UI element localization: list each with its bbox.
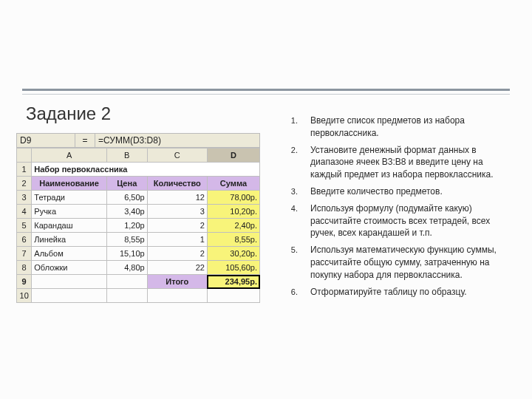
instruction-text: Введите количество предметов. [310, 186, 443, 197]
rownum: 4 [17, 205, 32, 219]
cell-name: Тетради [32, 191, 107, 205]
cell-name: Обложки [32, 261, 107, 275]
cell-name: Ручка [32, 205, 107, 219]
cell-sum: 2,40р. [207, 219, 259, 233]
cell-price: 1,20р [106, 219, 147, 233]
row-5: 5 Карандаш 1,20р 2 2,40р. [17, 219, 260, 233]
empty-cell [147, 289, 207, 303]
row-8: 8 Обложки 4,80р 22 105,60р. [17, 261, 260, 275]
row-2: 2 Наименование Цена Количество Сумма [17, 177, 260, 191]
cell-price: 3,40р [106, 205, 147, 219]
col-a: A [32, 149, 107, 163]
instruction-item: Используя формулу (подумайте какую) расс… [300, 202, 511, 239]
rownum: 1 [17, 163, 32, 177]
cell-sum: 10,20р. [207, 205, 259, 219]
instruction-text: Установите денежный формат данных в диап… [310, 145, 494, 180]
corner-cell [17, 149, 32, 163]
col-b: B [106, 149, 147, 163]
row-4: 4 Ручка 3,40р 3 10,20р. [17, 205, 260, 219]
instructions: Введите список предметов из набора перво… [281, 115, 511, 302]
cell-price: 6,50р [106, 191, 147, 205]
cell-sum: 105,60р. [207, 261, 259, 275]
instruction-text: Введите список предметов из набора перво… [310, 115, 465, 138]
cell-qty: 12 [147, 191, 207, 205]
row-7: 7 Альбом 15,10р 2 30,20р. [17, 247, 260, 261]
instruction-item: Введите количество предметов. [300, 185, 511, 198]
total-value: 234,95р. [207, 275, 259, 289]
cell-qty: 2 [147, 219, 207, 233]
formula-content: =СУММ(D3:D8) [95, 134, 259, 147]
cell-name: Карандаш [32, 219, 107, 233]
cells-grid: A B C D 1 Набор первоклассника 2 Наимено… [16, 148, 260, 303]
empty-cell [207, 289, 259, 303]
accent-rule [22, 89, 510, 95]
instruction-text: Отформатируйте таблицу по образцу. [310, 287, 467, 297]
cell-qty: 1 [147, 233, 207, 247]
rownum: 6 [17, 233, 32, 247]
hdr-sum: Сумма [207, 177, 259, 191]
hdr-price: Цена [106, 177, 147, 191]
row-10: 10 [17, 289, 260, 303]
col-d: D [207, 149, 259, 163]
cell-sum: 30,20р. [207, 247, 259, 261]
cell-price: 15,10р [106, 247, 147, 261]
column-headers: A B C D [17, 149, 260, 163]
rownum: 10 [17, 289, 32, 303]
hdr-qty: Количество [147, 177, 207, 191]
row-3: 3 Тетради 6,50р 12 78,00р. [17, 191, 260, 205]
cell-name: Линейка [32, 233, 107, 247]
cell-qty: 3 [147, 205, 207, 219]
row-6: 6 Линейка 8,55р 1 8,55р. [17, 233, 260, 247]
cell-sum: 78,00р. [207, 191, 259, 205]
instruction-item: Используя математическую функцию суммы, … [300, 244, 511, 281]
cell-qty: 2 [147, 247, 207, 261]
empty-cell [106, 289, 147, 303]
cell-qty: 22 [147, 261, 207, 275]
table-title: Набор первоклассника [32, 163, 260, 177]
cell-sum: 8,55р. [207, 233, 259, 247]
instruction-item: Отформатируйте таблицу по образцу. [300, 286, 511, 299]
formula-bar: D9 = =СУММ(D3:D8) [16, 133, 260, 148]
cell-name: Альбом [32, 247, 107, 261]
cell-price: 4,80р [106, 261, 147, 275]
hdr-name: Наименование [32, 177, 107, 191]
instruction-text: Используя формулу (подумайте какую) расс… [310, 203, 490, 239]
cell-price: 8,55р [106, 233, 147, 247]
slide-title: Задание 2 [26, 103, 111, 124]
rownum: 3 [17, 191, 32, 205]
row-9: 9 Итого 234,95р. [17, 275, 260, 289]
equals-label: = [75, 134, 95, 147]
cell-address-box: D9 [17, 134, 75, 147]
row-1: 1 Набор первоклассника [17, 163, 260, 177]
rownum: 5 [17, 219, 32, 233]
rownum: 8 [17, 261, 32, 275]
rownum: 7 [17, 247, 32, 261]
rownum: 9 [17, 275, 32, 289]
instruction-text: Используя математическую функцию суммы, … [310, 245, 497, 280]
empty-cell [106, 275, 147, 289]
total-label: Итого [147, 275, 207, 289]
instruction-item: Установите денежный формат данных в диап… [300, 144, 511, 181]
empty-cell [32, 289, 107, 303]
empty-cell [32, 275, 107, 289]
spreadsheet: D9 = =СУММ(D3:D8) A B C D 1 Набор первок… [16, 133, 260, 303]
col-c: C [147, 149, 207, 163]
instruction-item: Введите список предметов из набора перво… [300, 115, 511, 140]
rownum: 2 [17, 177, 32, 191]
